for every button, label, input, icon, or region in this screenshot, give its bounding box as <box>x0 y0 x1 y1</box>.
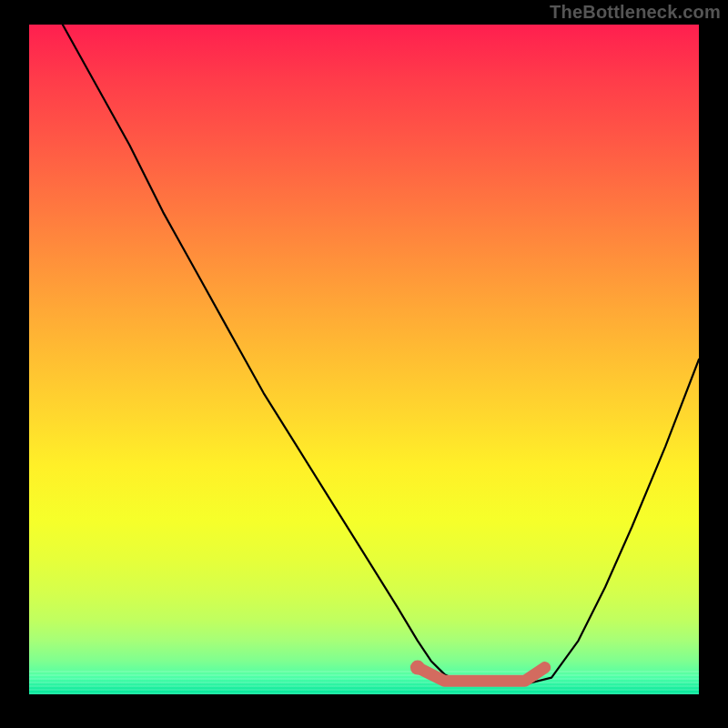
bottleneck-curve <box>63 25 699 684</box>
plot-area <box>29 25 699 694</box>
optimal-start-dot <box>410 661 425 675</box>
optimal-range-marker <box>418 668 545 682</box>
curve-svg <box>29 25 699 694</box>
watermark-label: TheBottleneck.com <box>550 2 721 23</box>
chart-frame: TheBottleneck.com <box>0 0 728 728</box>
